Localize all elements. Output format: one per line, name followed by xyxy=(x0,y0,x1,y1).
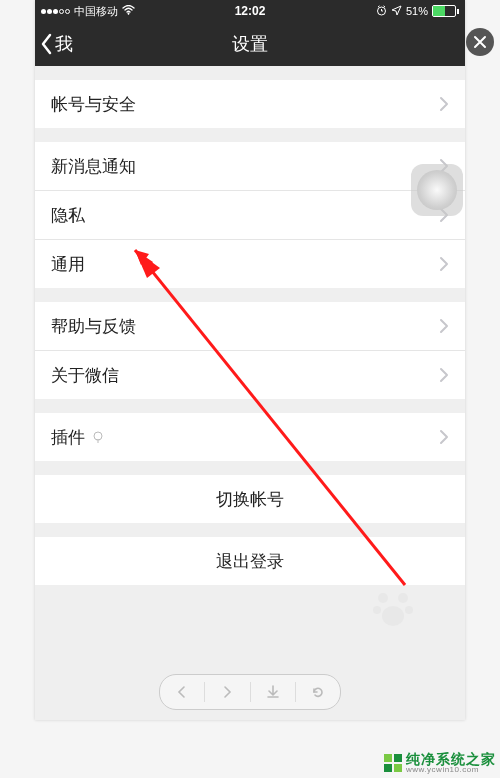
settings-list: 帐号与安全新消息通知隐私通用帮助与反馈关于微信插件切换帐号退出登录 xyxy=(35,80,465,585)
cell-plugins[interactable]: 插件 xyxy=(35,413,465,461)
phone-screen: 中国移动 12:02 51% xyxy=(35,0,465,720)
toolbar-forward-button[interactable] xyxy=(205,675,249,709)
cell-label: 切换帐号 xyxy=(216,488,284,511)
svg-point-5 xyxy=(373,606,381,614)
svg-point-4 xyxy=(398,593,408,603)
svg-point-7 xyxy=(382,606,404,626)
svg-point-2 xyxy=(94,432,102,440)
cell-privacy[interactable]: 隐私 xyxy=(35,190,465,239)
cell-label: 隐私 xyxy=(51,204,85,227)
cell-label: 帐号与安全 xyxy=(51,93,136,116)
chevron-right-icon xyxy=(439,96,449,112)
svg-point-3 xyxy=(378,593,388,603)
assistive-touch-button[interactable] xyxy=(411,164,463,216)
chevron-right-icon xyxy=(439,367,449,383)
cell-label: 新消息通知 xyxy=(51,155,136,178)
location-icon xyxy=(391,5,402,18)
status-bar: 中国移动 12:02 51% xyxy=(35,0,465,22)
chevron-right-icon xyxy=(439,256,449,272)
switch-account-button[interactable]: 切换帐号 xyxy=(35,475,465,523)
chevron-right-icon xyxy=(439,429,449,445)
cell-label: 通用 xyxy=(51,253,85,276)
nav-title: 设置 xyxy=(35,32,465,56)
nav-bar: 我 设置 xyxy=(35,22,465,66)
cell-notifications[interactable]: 新消息通知 xyxy=(35,142,465,190)
lightbulb-icon xyxy=(91,430,105,444)
cell-label: 帮助与反馈 xyxy=(51,315,136,338)
cell-about-wechat[interactable]: 关于微信 xyxy=(35,350,465,399)
cell-label: 插件 xyxy=(51,426,85,449)
watermark-url: www.ycwin10.com xyxy=(406,766,496,774)
paw-watermark-icon xyxy=(371,586,415,630)
toolbar-back-button[interactable] xyxy=(160,675,204,709)
battery-pct-label: 51% xyxy=(406,5,428,17)
cell-label: 关于微信 xyxy=(51,364,119,387)
bottom-toolbar xyxy=(159,674,341,710)
watermark-brand: 纯净系统之家 xyxy=(406,752,496,766)
cell-label: 退出登录 xyxy=(216,550,284,573)
cell-account-security[interactable]: 帐号与安全 xyxy=(35,80,465,128)
battery-icon xyxy=(432,5,459,17)
toolbar-download-button[interactable] xyxy=(251,675,295,709)
site-watermark: 纯净系统之家 www.ycwin10.com xyxy=(384,752,496,774)
svg-point-6 xyxy=(405,606,413,614)
close-button[interactable] xyxy=(466,28,494,56)
cell-help-feedback[interactable]: 帮助与反馈 xyxy=(35,302,465,350)
chevron-right-icon xyxy=(439,318,449,334)
alarm-icon xyxy=(376,5,387,18)
cell-general[interactable]: 通用 xyxy=(35,239,465,288)
toolbar-refresh-button[interactable] xyxy=(296,675,340,709)
logout-button[interactable]: 退出登录 xyxy=(35,537,465,585)
